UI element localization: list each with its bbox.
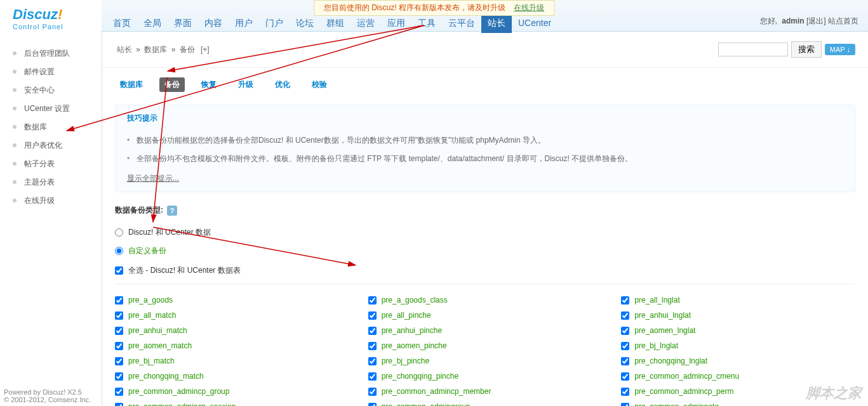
table-name[interactable]: pre_common_admincp_perm xyxy=(634,387,733,396)
map-button[interactable]: MAP ↓ xyxy=(825,44,855,55)
sidebar-item[interactable]: 在线升级 xyxy=(13,192,102,210)
nav-tab[interactable]: 门户 xyxy=(259,14,290,33)
nav-tab[interactable]: 应用 xyxy=(381,14,411,33)
table-name[interactable]: pre_bj_lnglat xyxy=(634,341,678,350)
table-checkbox[interactable] xyxy=(368,403,377,406)
table-name[interactable]: pre_common_admincp_member xyxy=(382,387,491,396)
table-checkbox[interactable] xyxy=(621,342,629,350)
sidebar-item[interactable]: 用户表优化 xyxy=(13,136,102,155)
sidebar-item[interactable]: 后台管理团队 xyxy=(13,44,102,63)
tip-item: 数据备份功能根据您的选择备份全部Discuz! 和 UCenter数据，导出的数… xyxy=(127,131,843,150)
table-row: pre_chongqing_pinche xyxy=(368,370,603,383)
nav-tab[interactable]: 群组 xyxy=(320,14,351,33)
table-row: pre_aomen_pinche xyxy=(368,339,603,352)
table-checkbox[interactable] xyxy=(368,388,377,396)
table-name[interactable]: pre_common_admincp_cmenu xyxy=(634,372,739,381)
table-checkbox[interactable] xyxy=(368,372,377,381)
table-name[interactable]: pre_aomen_pinche xyxy=(382,341,447,350)
nav-tab[interactable]: 论坛 xyxy=(290,14,320,33)
table-name[interactable]: pre_anhui_lnglat xyxy=(634,311,691,320)
nav-tab[interactable]: 云平台 xyxy=(442,14,481,33)
nav-tab[interactable]: 工具 xyxy=(411,14,442,33)
table-checkbox[interactable] xyxy=(621,296,629,304)
table-checkbox[interactable] xyxy=(115,388,123,396)
table-name[interactable]: pre_aomen_lnglat xyxy=(634,326,695,335)
table-checkbox[interactable] xyxy=(115,372,123,381)
table-name[interactable]: pre_all_lnglat xyxy=(634,296,679,304)
logo[interactable]: Discuz! Control Panel xyxy=(0,0,102,32)
nav-tab[interactable]: 内容 xyxy=(198,14,229,33)
nav-tab[interactable]: 站长 xyxy=(481,14,512,33)
notice-upgrade-link[interactable]: 在线升级 xyxy=(514,3,544,12)
table-name[interactable]: pre_chongqing_match xyxy=(128,372,204,381)
table-checkbox[interactable] xyxy=(115,357,123,365)
sidebar-item[interactable]: 安全中心 xyxy=(13,81,102,100)
table-checkbox[interactable] xyxy=(368,327,377,335)
breadcrumb-add[interactable]: [+] xyxy=(201,45,210,54)
table-name[interactable]: pre_common_admingroup xyxy=(382,402,471,406)
table-name[interactable]: pre_aomen_match xyxy=(128,341,192,350)
table-checkbox[interactable] xyxy=(368,357,377,365)
sidebar-item[interactable]: 数据库 xyxy=(13,118,102,136)
table-name[interactable]: pre_chongqing_lnglat xyxy=(634,357,707,365)
table-row: pre_bj_match xyxy=(115,355,349,367)
search-input[interactable] xyxy=(718,43,788,56)
nav-tab[interactable]: 用户 xyxy=(229,14,259,33)
table-name[interactable]: pre_anhui_pinche xyxy=(382,326,442,335)
table-checkbox[interactable] xyxy=(115,403,123,406)
subnav-item[interactable]: 恢复 xyxy=(196,77,222,92)
radio-custom-backup: 自定义备份 xyxy=(115,242,855,260)
table-name[interactable]: pre_bj_pinche xyxy=(382,357,429,365)
breadcrumb-item: 备份 xyxy=(180,45,195,54)
table-name[interactable]: pre_common_admincp_group xyxy=(128,387,229,396)
show-all-tips[interactable]: 显示全部提示... xyxy=(127,173,179,184)
table-name[interactable]: pre_common_admincp_session xyxy=(128,402,236,406)
help-icon[interactable]: ? xyxy=(167,206,177,216)
table-checkbox[interactable] xyxy=(115,342,123,350)
table-name[interactable]: pre_anhui_match xyxy=(128,326,187,335)
table-name[interactable]: pre_all_match xyxy=(128,311,176,320)
table-checkbox[interactable] xyxy=(368,311,377,320)
nav-tab[interactable]: 首页 xyxy=(107,14,137,33)
select-all-row: 全选 - Discuz! 和 UCenter 数据表 xyxy=(115,260,855,284)
table-name[interactable]: pre_all_pinche xyxy=(382,311,431,320)
subnav-item[interactable]: 校验 xyxy=(307,77,332,92)
subnav-item[interactable]: 数据库 xyxy=(115,77,148,92)
sidebar-item[interactable]: 帖子分表 xyxy=(13,155,102,173)
breadcrumb: 站长 » 数据库 » 备份 [+] 搜索 MAP ↓ xyxy=(102,32,868,68)
breadcrumb-item[interactable]: 数据库 xyxy=(144,45,167,54)
breadcrumb-item[interactable]: 站长 xyxy=(117,45,132,54)
table-name[interactable]: pre_a_goods_class xyxy=(382,296,448,304)
table-name[interactable]: pre_bj_match xyxy=(128,357,175,365)
table-checkbox[interactable] xyxy=(621,372,629,381)
subnav-item[interactable]: 升级 xyxy=(233,77,258,92)
table-name[interactable]: pre_a_goods xyxy=(128,296,173,304)
search-button[interactable]: 搜索 xyxy=(791,41,822,58)
subnav-item[interactable]: 备份 xyxy=(159,77,185,92)
sidebar-item[interactable]: 主题分表 xyxy=(13,173,102,192)
subnav-item[interactable]: 优化 xyxy=(270,77,295,92)
table-checkbox[interactable] xyxy=(115,296,123,304)
table-row: pre_anhui_match xyxy=(115,324,349,337)
table-checkbox[interactable] xyxy=(368,296,377,304)
table-checkbox[interactable] xyxy=(115,327,123,335)
nav-tab[interactable]: 运营 xyxy=(351,14,381,33)
table-row: pre_common_admincp_group xyxy=(115,385,349,398)
sidebar-item[interactable]: UCenter 设置 xyxy=(13,100,102,118)
table-checkbox[interactable] xyxy=(621,357,629,365)
site-home-link[interactable]: 站点首页 xyxy=(828,16,858,25)
table-checkbox[interactable] xyxy=(621,327,629,335)
sidebar-item[interactable]: 邮件设置 xyxy=(13,63,102,81)
logout-link[interactable]: [退出] xyxy=(806,16,826,25)
table-name[interactable]: pre_common_adminnote xyxy=(634,402,719,406)
nav-tab[interactable]: 界面 xyxy=(168,14,198,33)
nav-tab[interactable]: 全局 xyxy=(137,14,168,33)
table-checkbox[interactable] xyxy=(621,403,629,406)
table-name[interactable]: pre_chongqing_pinche xyxy=(382,372,458,381)
select-all-checkbox[interactable] xyxy=(115,266,123,275)
table-checkbox[interactable] xyxy=(368,342,377,350)
table-checkbox[interactable] xyxy=(621,388,629,396)
table-checkbox[interactable] xyxy=(621,311,629,320)
table-checkbox[interactable] xyxy=(115,311,123,320)
nav-tab[interactable]: UCenter xyxy=(512,14,558,33)
